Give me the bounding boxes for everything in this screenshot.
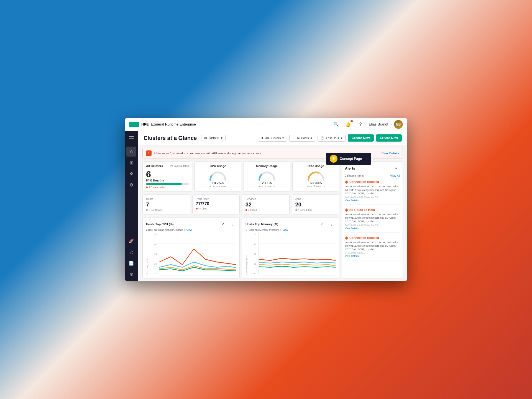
- pods-metric-value: 77/770: [196, 201, 236, 206]
- pods-sub-dot: [196, 208, 198, 209]
- chevron-down-icon: ▾: [221, 136, 222, 140]
- memory-chart-card: Hosts Top Memory (%) ⤢ ⋮ 1 Hosts has Mem…: [242, 217, 339, 278]
- alert-3-desc: connect to address 16.143.21.31 port 566…: [345, 241, 400, 251]
- last-updated: 🕐 Last Updated: [170, 165, 189, 167]
- sidebar-item-launch[interactable]: 🚀: [126, 236, 136, 246]
- cpu-chart-link[interactable]: View: [186, 229, 192, 231]
- failed-label: 1 Cluster failed: [149, 186, 165, 189]
- concept-page-button[interactable]: 👁 Concept Page →: [326, 153, 371, 165]
- memory-sub-text: 1 Hosts has Memory Pressure: [245, 229, 279, 231]
- alert-item-2: ◆ No Route To Host connect to address 16…: [345, 208, 400, 233]
- services-metric-sub: 4 Failed: [245, 209, 286, 211]
- hamburger-line: [129, 140, 134, 140]
- alert-item-1: ◆ Connection Refused connect to address …: [345, 180, 400, 205]
- create-new-button-1[interactable]: Create New: [348, 134, 374, 142]
- concept-page-label: Concept Page: [340, 157, 362, 161]
- search-button[interactable]: 🔍: [332, 121, 340, 128]
- alert-1-view-details[interactable]: View Details: [345, 199, 400, 202]
- hosts-filter[interactable]: ☰ All Hosts ▾: [289, 135, 315, 142]
- jobs-metric-sub: 3 Scheduled: [295, 209, 336, 211]
- services-sub-label: 4 Failed: [248, 209, 257, 211]
- alert-icon: !: [146, 150, 152, 156]
- memory-more-button[interactable]: ⋮: [328, 220, 336, 228]
- hamburger-line: [129, 136, 134, 137]
- hosts-filter-icon: ☰: [292, 136, 295, 140]
- cluster-count: 6: [146, 170, 189, 179]
- alert-2-dot: ◆: [345, 208, 348, 212]
- cpu-expand-button[interactable]: ⤢: [219, 220, 227, 228]
- cluster-filter-icon: ❖: [261, 136, 264, 140]
- view-selector[interactable]: ⊞ Default ▾: [201, 135, 226, 141]
- disc-usage-sub: 3348 of 5489 GB: [306, 185, 325, 188]
- user-menu[interactable]: Elias Brandt ▾ EB: [369, 120, 403, 129]
- pods-metric-title: Pods Used: [196, 198, 236, 201]
- alert-view-details-link[interactable]: View Details: [382, 152, 399, 155]
- charts-row: Hosts Top CPU (%) ⤢ ⋮ 2 Host are using h…: [142, 217, 339, 278]
- sidebar-item-config[interactable]: ⊛: [126, 269, 136, 279]
- alert-2-title: ◆ No Route To Host: [345, 208, 400, 212]
- sidebar-item-target[interactable]: ◎: [126, 247, 136, 257]
- cpu-chart-card: Hosts Top CPU (%) ⤢ ⋮ 2 Host are using h…: [142, 217, 240, 278]
- alert-2-view-details[interactable]: View Details: [345, 227, 400, 230]
- alert-3-title-text: Connection Refused: [349, 236, 379, 239]
- alert-1-title-text: Connection Refused: [349, 180, 379, 183]
- disc-usage-title: Disc Usage: [308, 164, 324, 168]
- memory-usage-sub: 93.8 of 406 GB: [259, 185, 275, 188]
- app-logo: HPE Ezmeral Runtime Enterprise: [129, 122, 196, 127]
- memory-usage-title: Memory Usage: [256, 164, 278, 168]
- hamburger-line: [129, 138, 134, 139]
- last-updated-label: Last Updated: [174, 165, 189, 167]
- view-all-link[interactable]: View All: [390, 174, 400, 177]
- memory-expand-button[interactable]: ⤢: [318, 220, 326, 228]
- alerts-collapse-button[interactable]: ∧: [392, 164, 400, 172]
- help-button[interactable]: ?: [357, 121, 364, 128]
- healthy-label: 84% Healthy: [146, 179, 189, 182]
- memory-chart-link[interactable]: View: [282, 229, 288, 231]
- clock-icon: 🕐: [321, 136, 324, 140]
- alert-3-time: 04/01/2021 at 6:12...: [345, 252, 400, 254]
- cpu-more-button[interactable]: ⋮: [228, 220, 236, 228]
- health-bar-fill: [146, 183, 182, 185]
- services-sub-dot: [245, 209, 247, 211]
- cpu-chart-body: CPU Usage in % 50 40 30 20 10: [146, 233, 236, 275]
- alert-item-3: ◆ Connection Refused connect to address …: [345, 236, 400, 261]
- clusters-card-header: All Clusters 🕐 Last Updated: [146, 164, 189, 168]
- cpu-gauge-svg: [208, 169, 227, 181]
- hosts-filter-label: All Hosts: [297, 136, 309, 140]
- hamburger-button[interactable]: [126, 133, 136, 143]
- alert-3-view-details[interactable]: View Details: [345, 255, 400, 257]
- pods-metric-sub: 4 Failed: [196, 207, 236, 210]
- avatar: EB: [394, 120, 403, 129]
- cpu-chart-actions: ⤢ ⋮: [219, 220, 236, 228]
- disc-gauge-svg: [306, 169, 326, 181]
- notification-badge: [351, 120, 353, 122]
- time-filter-label: Last Hour: [326, 136, 339, 140]
- recent-items-label: 2 Recent Items: [345, 174, 364, 177]
- sidebar-item-settings[interactable]: ⚙: [126, 180, 136, 190]
- jobs-sub-dot: [295, 209, 297, 211]
- notification-button[interactable]: 🔔: [344, 121, 352, 128]
- alert-2-title-text: No Route To Host: [349, 208, 375, 211]
- sidebar-item-home[interactable]: ⌂: [126, 147, 136, 157]
- cpu-usage-title: CPU Usage: [210, 164, 226, 168]
- cpu-chart-title: Hosts Top CPU (%): [146, 222, 173, 226]
- topbar-actions: 🔍 🔔 ? Elias Brandt ▾ EB: [332, 120, 403, 129]
- sidebar-item-docs[interactable]: 📄: [126, 258, 136, 268]
- cpu-chart-area: [159, 233, 236, 275]
- memory-chart-sub: 1 Hosts has Memory Pressure | View: [245, 229, 336, 231]
- alert-1-title: ◆ Connection Refused: [345, 180, 400, 184]
- create-new-button-2[interactable]: Create New: [376, 134, 402, 142]
- clusters-filter[interactable]: ❖ All Clusters ▾: [258, 135, 287, 142]
- product-name: Ezmeral Runtime Enterprise: [151, 122, 196, 126]
- time-filter[interactable]: 🕐 Last Hour ▾: [318, 135, 346, 142]
- sidebar-item-grid[interactable]: ⊞: [126, 158, 136, 168]
- cpu-usage-value: 18.75%: [212, 181, 224, 185]
- app-brand: HPE Ezmeral Runtime Enterprise: [141, 122, 196, 126]
- memory-usage-value: 23.1%: [262, 181, 272, 185]
- sidebar-item-clusters[interactable]: ❖: [126, 169, 136, 179]
- alerts-title: Alerts: [345, 166, 355, 170]
- clusters-filter-label: All Clusters: [265, 136, 281, 140]
- sidebar: ⌂ ⊞ ❖ ⚙ 🚀 ◎ 📄 ⊛: [125, 131, 138, 281]
- alerts-header: Alerts ∧: [345, 164, 400, 172]
- pods-metric-card: Pods Used 77/770 4 Failed: [192, 195, 240, 214]
